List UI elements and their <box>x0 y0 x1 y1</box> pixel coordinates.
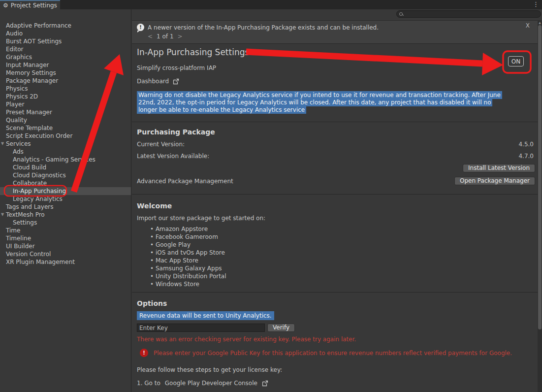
external-link-icon[interactable] <box>262 380 268 387</box>
pager-text: 1 of 1 <box>157 33 173 40</box>
sidebar-item-input-manager[interactable]: Input Manager <box>0 61 131 69</box>
dashboard-label: Dashboard <box>137 78 169 85</box>
sidebar-item-services[interactable]: ▼ Services <box>0 140 131 148</box>
open-package-manager-button[interactable]: Open Package Manager <box>454 177 535 185</box>
iap-on-toggle-button[interactable]: ON <box>508 56 524 66</box>
sidebar-item-xr-plugin-management[interactable]: XR Plugin Management <box>0 258 131 266</box>
chevron-down-icon[interactable]: ▼ <box>1 140 4 148</box>
list-item: Mac App Store <box>137 257 538 264</box>
list-item: Amazon Appstore <box>137 225 538 233</box>
steps-intro: Please follow these steps to get your li… <box>137 366 538 373</box>
store-list: Amazon Appstore Facebook Gameroom Google… <box>137 225 538 288</box>
sidebar-item-label: Services <box>6 140 31 147</box>
update-notification-banner: ! A newer version of the In-App Purchasi… <box>132 20 538 44</box>
welcome-intro: Import our store package to get started … <box>137 215 538 222</box>
page-subtitle: Simplify cross-platform IAP <box>137 65 538 71</box>
sidebar-item-in-app-purchasing[interactable]: In-App Purchasing <box>0 187 131 195</box>
project-settings-window: ⚙ Project Settings ⋮ Adaptive Performanc… <box>0 0 542 392</box>
sidebar-item-textmesh-pro[interactable]: ▼ TextMesh Pro <box>0 211 131 219</box>
main-content: In-App Purchasing Settings Simplify cros… <box>132 44 538 392</box>
banner-message: A newer version of the In-App Purchasing… <box>148 24 379 31</box>
section-divider <box>132 292 538 293</box>
section-divider <box>132 194 538 195</box>
vertical-scrollbar[interactable]: ▲ <box>538 20 542 392</box>
section-divider <box>132 122 538 122</box>
scroll-up-icon[interactable]: ▲ <box>538 21 542 25</box>
sidebar-item-player[interactable]: Player <box>0 100 131 108</box>
list-item: Windows Store <box>137 280 538 288</box>
banner-pager: < 1 of 1 > <box>132 31 538 40</box>
enter-key-input[interactable] <box>137 324 265 332</box>
notification-icon: ! <box>137 24 144 31</box>
sidebar-item-package-manager[interactable]: Package Manager <box>0 77 131 85</box>
sidebar-item-graphics[interactable]: Graphics <box>0 53 131 61</box>
sidebar-item-memory-settings[interactable]: Memory Settings <box>0 69 131 77</box>
purchasing-package-heading: Purchasing Package <box>137 128 538 136</box>
google-key-warning: Please enter your Google Public Key for … <box>154 350 512 357</box>
tab-project-settings[interactable]: ⚙ Project Settings <box>0 0 60 9</box>
page-title: In-App Purchasing Settings <box>137 47 538 57</box>
list-item: iOS and tvOs App Store <box>137 249 538 257</box>
sidebar-item-scene-template[interactable]: Scene Template <box>0 124 131 132</box>
key-error-text: There was an error checking server for e… <box>137 336 538 343</box>
verify-button[interactable]: Verify <box>267 324 295 332</box>
analytics-note: Revenue data will be sent to Unity Analy… <box>137 312 538 319</box>
latest-version-label: Latest Version Available: <box>137 153 209 160</box>
window-title: Project Settings <box>11 2 57 9</box>
external-link-icon <box>173 78 179 85</box>
pager-prev-button[interactable]: < <box>148 33 153 40</box>
list-item: Facebook Gameroom <box>137 233 538 241</box>
welcome-heading: Welcome <box>137 202 538 210</box>
sidebar-item-label: TextMesh Pro <box>6 211 45 218</box>
close-icon[interactable]: X <box>526 22 530 29</box>
sidebar-item-cloud-diagnostics[interactable]: Cloud Diagnostics <box>0 171 131 179</box>
sidebar-item-quality[interactable]: Quality <box>0 116 131 124</box>
list-item: Unity Distribution Portal <box>137 272 538 280</box>
pager-next-button[interactable]: > <box>178 33 183 40</box>
sidebar-item-timeline[interactable]: Timeline <box>0 234 131 242</box>
error-icon: ! <box>140 349 148 357</box>
sidebar-item-audio[interactable]: Audio <box>0 30 131 37</box>
sidebar-item-version-control[interactable]: Version Control <box>0 250 131 258</box>
current-version-value: 4.5.0 <box>518 141 534 148</box>
sidebar-item-analytics-gaming-services[interactable]: Analytics - Gaming Services <box>0 156 131 163</box>
advanced-package-management-label: Advanced Package Management <box>137 178 233 185</box>
legacy-analytics-warning: Warning do not disable the Legacy Analyt… <box>137 92 505 114</box>
google-play-console-link[interactable]: Google Play Developer Console <box>165 380 257 387</box>
sidebar-item-preset-manager[interactable]: Preset Manager <box>0 108 131 116</box>
sidebar-item-legacy-analytics[interactable]: Legacy Analytics <box>0 195 131 203</box>
sidebar-item-tags-and-layers[interactable]: Tags and Layers <box>0 203 131 211</box>
sidebar-item-textmesh-settings[interactable]: Settings <box>0 219 131 227</box>
sidebar-item-burst-aot-settings[interactable]: Burst AOT Settings <box>0 37 131 45</box>
sidebar-item-script-execution-order[interactable]: Script Execution Order <box>0 132 131 140</box>
current-version-label: Current Version: <box>137 141 185 148</box>
chevron-down-icon[interactable]: ▼ <box>1 211 4 219</box>
dashboard-link[interactable]: Dashboard <box>137 78 538 85</box>
sidebar-item-collaborate[interactable]: Collaborate <box>0 179 131 187</box>
title-bar: ⚙ Project Settings ⋮ <box>0 0 542 9</box>
list-item: Google Play <box>137 241 538 249</box>
settings-sidebar: Adaptive Performance Audio Burst AOT Set… <box>0 9 131 392</box>
step-1: 1. Go to Google Play Developer Console <box>137 380 538 387</box>
options-heading: Options <box>137 299 538 307</box>
kebab-menu-icon[interactable]: ⋮ <box>533 0 539 8</box>
sidebar-item-adaptive-performance[interactable]: Adaptive Performance <box>0 22 131 30</box>
install-latest-version-button[interactable]: Install Latest Version <box>463 164 535 172</box>
gear-icon: ⚙ <box>3 2 8 8</box>
sidebar-item-ui-builder[interactable]: UI Builder <box>0 242 131 250</box>
sidebar-item-physics[interactable]: Physics <box>0 85 131 93</box>
search-icon <box>399 12 403 16</box>
sidebar-item-cloud-build[interactable]: Cloud Build <box>0 163 131 171</box>
list-item: Samsung Galaxy Apps <box>137 264 538 272</box>
sidebar-item-editor[interactable]: Editor <box>0 45 131 53</box>
sidebar-item-physics-2d[interactable]: Physics 2D <box>0 93 131 100</box>
step1-prefix: 1. Go to <box>137 380 160 387</box>
search-box[interactable] <box>396 10 541 18</box>
scrollbar-thumb[interactable] <box>538 25 542 329</box>
sidebar-item-ads[interactable]: Ads <box>0 148 131 156</box>
sidebar-item-time[interactable]: Time <box>0 227 131 234</box>
latest-version-value: 4.7.0 <box>518 153 534 160</box>
